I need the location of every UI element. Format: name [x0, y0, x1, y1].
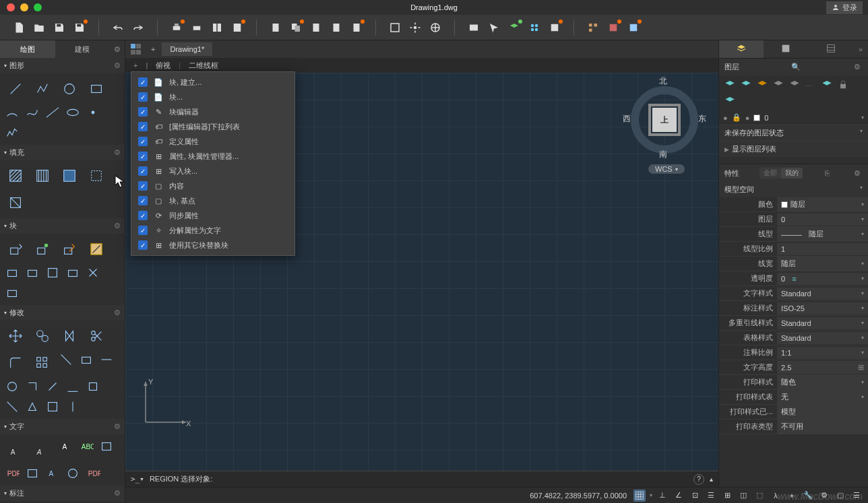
layer-lock-icon[interactable]: 🔒: [732, 113, 741, 122]
ctx-item-10[interactable]: ✓✧分解属性为文字: [131, 223, 294, 238]
layer-name[interactable]: 0: [764, 114, 857, 122]
blk-1[interactable]: [3, 263, 22, 282]
mod-4[interactable]: [3, 377, 22, 396]
txt-1[interactable]: A: [57, 437, 75, 456]
xline-tool[interactable]: [43, 103, 62, 122]
close-window[interactable]: [7, 3, 15, 11]
viewcube-top[interactable]: 上: [652, 108, 677, 132]
ly-ic-1[interactable]: [724, 79, 735, 90]
ellipse-tool[interactable]: [63, 103, 82, 122]
ctx-item-9[interactable]: ✓⟳同步属性: [131, 208, 294, 223]
sb-ic-7[interactable]: ⬚: [753, 490, 766, 502]
print-preview-icon[interactable]: [190, 21, 204, 34]
mod-8[interactable]: [84, 377, 102, 396]
text-tool[interactable]: A: [30, 437, 55, 463]
clipboard-icon[interactable]: [330, 21, 343, 34]
sb-ic-3[interactable]: ⊡: [689, 490, 701, 502]
block-attr[interactable]: [84, 236, 109, 262]
prop-annoscale-value[interactable]: 1:1▾: [777, 347, 868, 359]
design-center-icon[interactable]: [627, 21, 640, 34]
blk-2[interactable]: [23, 263, 42, 282]
ctx-item-7[interactable]: ✓▢内容: [131, 178, 294, 193]
save-as-icon[interactable]: [73, 21, 86, 34]
layer-visibility-icon[interactable]: ●: [723, 114, 728, 122]
sb-ic-2[interactable]: ∠: [673, 490, 685, 502]
minimize-window[interactable]: [20, 3, 28, 11]
layer-states-row[interactable]: 未保存的图层状态▾: [719, 125, 868, 141]
undo-icon[interactable]: [111, 21, 125, 34]
prop-linetype-value[interactable]: ——— 随层▾: [777, 227, 868, 241]
gradient-tool[interactable]: [30, 163, 55, 189]
hatch-tool[interactable]: [3, 163, 28, 189]
prop-dimstyle-value[interactable]: ISO-25▾: [777, 302, 868, 314]
section-fill[interactable]: ▾填充⚙: [0, 145, 125, 160]
props-icon-1[interactable]: ⎘: [823, 169, 832, 177]
viewcube-south[interactable]: 南: [659, 149, 667, 160]
txt-6[interactable]: A: [43, 464, 62, 483]
txt-2[interactable]: ABC: [77, 437, 96, 456]
props-gear-icon[interactable]: ⚙: [852, 169, 863, 178]
maximize-window[interactable]: [34, 3, 42, 11]
section-annotate[interactable]: ▾标注⚙: [0, 485, 125, 501]
layer-color-swatch[interactable]: [753, 114, 760, 121]
txt-5[interactable]: [23, 464, 42, 483]
section-shapes[interactable]: ▾图形⚙: [0, 58, 125, 73]
props-all[interactable]: 全部: [760, 168, 781, 178]
prop-plotstyle-value[interactable]: 随色▾: [777, 375, 868, 389]
block-create[interactable]: [30, 236, 55, 262]
mod-7[interactable]: [63, 377, 82, 396]
pan-icon[interactable]: [408, 21, 422, 34]
ly-ic-6[interactable]: [822, 79, 832, 90]
mod-2[interactable]: [77, 350, 96, 369]
txt-7[interactable]: [63, 464, 82, 483]
wcs-dropdown[interactable]: WCS▾: [648, 164, 685, 174]
mirror-tool[interactable]: [57, 323, 82, 349]
mtext-tool[interactable]: A: [3, 437, 28, 463]
polyline2-tool[interactable]: [3, 123, 22, 142]
redo-icon[interactable]: [131, 21, 145, 34]
publish-icon[interactable]: [230, 21, 244, 34]
spline-tool[interactable]: [23, 103, 42, 122]
ly-ic-4[interactable]: [773, 79, 784, 90]
prop-plottable-value[interactable]: 无▾: [777, 390, 868, 404]
prop-textstyle-value[interactable]: Standard▾: [777, 288, 868, 300]
circle-tool[interactable]: [57, 76, 82, 102]
paste-icon[interactable]: [309, 21, 323, 34]
clipboard-2-icon[interactable]: [350, 21, 363, 34]
region-tool[interactable]: [84, 163, 109, 189]
sb-ic-4[interactable]: ☰: [705, 490, 717, 502]
prop-tablestyle-value[interactable]: Standard▾: [777, 332, 868, 344]
ctx-item-4[interactable]: ✓🏷定义属性: [131, 134, 294, 149]
block-insert[interactable]: [3, 236, 28, 262]
tab-model[interactable]: 建模: [55, 40, 111, 59]
layer-search-icon[interactable]: 🔍: [789, 63, 803, 71]
trim-tool[interactable]: [84, 323, 109, 349]
prop-transparency-value[interactable]: 0≡▾: [777, 273, 868, 285]
txt-3[interactable]: [97, 437, 116, 456]
blk-4[interactable]: [63, 263, 82, 282]
ctx-item-0[interactable]: ✓📄块, 建立...: [131, 75, 294, 90]
copy-tool[interactable]: [30, 323, 55, 349]
sb-ic-6[interactable]: ◫: [737, 490, 749, 502]
properties-icon[interactable]: [607, 21, 620, 34]
page-setup-icon[interactable]: [210, 21, 224, 34]
line-tool[interactable]: [3, 76, 28, 102]
boundary-tool[interactable]: [57, 163, 82, 189]
viewcube-north[interactable]: 北: [659, 75, 667, 87]
viewcube-west[interactable]: 西: [623, 113, 631, 125]
cmd-caret-icon[interactable]: ▴: [710, 475, 713, 483]
sb-ic-5[interactable]: ⊞: [721, 490, 733, 502]
mod-10[interactable]: [23, 397, 42, 416]
ctx-item-8[interactable]: ✓▢块, 基点: [131, 193, 294, 208]
cmd-input[interactable]: [150, 475, 688, 483]
mod-1[interactable]: [57, 350, 75, 369]
ctx-item-6[interactable]: ✓⊞写入块...: [131, 164, 294, 178]
array-tool[interactable]: [30, 350, 55, 376]
ly-ic-8[interactable]: [724, 96, 735, 106]
prop-linescale-value[interactable]: 1: [777, 243, 868, 255]
fillet-tool[interactable]: [3, 350, 28, 376]
prop-mleader-value[interactable]: Standard▾: [777, 317, 868, 329]
prop-color-value[interactable]: 随层▾: [777, 197, 868, 211]
panel-gear-icon[interactable]: ⚙: [110, 45, 125, 54]
rp-more[interactable]: »: [853, 45, 868, 53]
